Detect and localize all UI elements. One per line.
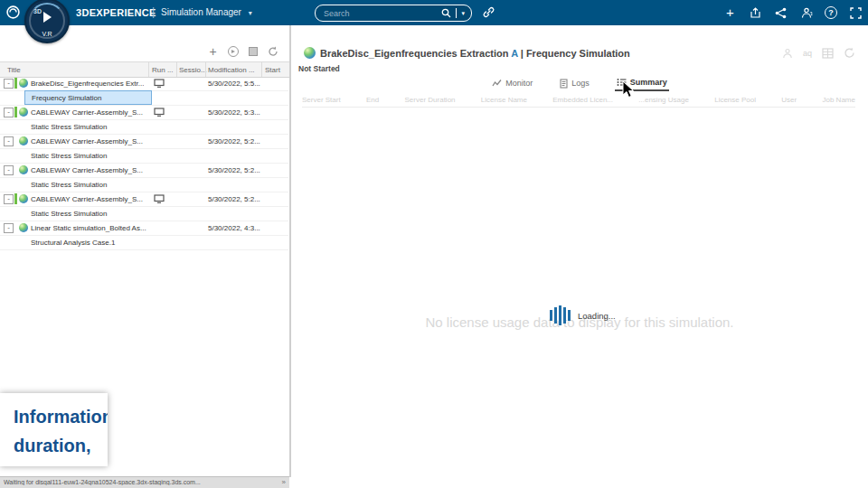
table-row[interactable]: Static Stress Simulation bbox=[0, 206, 288, 221]
stop-icon[interactable] bbox=[247, 45, 259, 57]
fullscreen-icon[interactable] bbox=[849, 6, 863, 20]
table-row[interactable]: Static Stress Simulation bbox=[0, 177, 288, 192]
table-row[interactable]: - Linear Static simulation_Bolted As... … bbox=[0, 221, 288, 236]
app-menu[interactable]: Simulation Manager ▾ bbox=[161, 0, 252, 25]
search-box[interactable]: ▾ bbox=[315, 5, 472, 22]
revision-label: A bbox=[511, 48, 518, 59]
top-bar: 3DEXPERIENCE | Simulation Manager ▾ ▾ + bbox=[0, 0, 868, 25]
loading-bar bbox=[559, 305, 561, 325]
col-run[interactable]: Run ... bbox=[152, 66, 174, 74]
brand-name: 3DEXPERIENCE bbox=[76, 0, 156, 25]
row-title: CABLEWAY Carrier-Assembly_S... bbox=[31, 195, 143, 203]
simulation-icon bbox=[19, 194, 28, 203]
share-network-icon[interactable] bbox=[774, 6, 788, 20]
search-options-chevron-icon[interactable]: ▾ bbox=[461, 10, 465, 17]
add-simulation-icon[interactable]: + bbox=[207, 45, 219, 57]
refresh-icon[interactable] bbox=[267, 45, 278, 57]
simulation-icon bbox=[19, 223, 28, 232]
table-row[interactable]: Frequency Simulation bbox=[0, 90, 288, 106]
browser-status-bar: Waiting for disqal111-euw1-24qna10524-sp… bbox=[0, 476, 289, 488]
simulation-icon bbox=[19, 165, 28, 174]
loading-bar bbox=[550, 310, 552, 321]
swym-user-icon[interactable] bbox=[799, 6, 813, 20]
page-title: BrakeDisc_Eigenfrequencies Extraction A … bbox=[320, 48, 630, 59]
table-row[interactable]: Static Stress Simulation bbox=[0, 148, 288, 164]
monitor-run-icon bbox=[154, 194, 165, 205]
col-embedded-license: Embedded Licen... bbox=[552, 96, 613, 104]
row-title: Linear Static simulation_Bolted As... bbox=[31, 224, 146, 232]
col-server-start: Server Start bbox=[302, 96, 341, 104]
status-green-bar bbox=[14, 78, 17, 89]
loading-text: Loading... bbox=[578, 311, 616, 321]
help-icon[interactable]: ? bbox=[825, 6, 837, 19]
loading-bar bbox=[554, 307, 557, 324]
tab-summary[interactable]: Summary bbox=[615, 76, 669, 91]
sync-icon[interactable] bbox=[844, 47, 855, 59]
row-title: Static Stress Simulation bbox=[31, 210, 107, 218]
simulation-icon bbox=[19, 136, 28, 145]
search-divider bbox=[456, 8, 457, 18]
table-icon[interactable] bbox=[822, 48, 834, 59]
simulation-list-panel: + Title Run ... Sessio... Modification .… bbox=[0, 25, 291, 477]
row-title: Frequency Simulation bbox=[32, 94, 101, 102]
link-icon[interactable] bbox=[482, 5, 495, 23]
tab-monitor[interactable]: Monitor bbox=[490, 76, 534, 91]
loading-bar bbox=[568, 310, 571, 321]
table-row[interactable]: - CABLEWAY Carrier-Assembly_S... 5/30/20… bbox=[0, 163, 288, 178]
row-title: Static Stress Simulation bbox=[31, 181, 107, 189]
row-title: CABLEWAY Carrier-Assembly_S... bbox=[31, 137, 143, 145]
brand-separator: | bbox=[152, 0, 155, 25]
collapse-toggle[interactable]: - bbox=[4, 194, 14, 204]
status-green-bar bbox=[14, 193, 17, 204]
add-icon[interactable]: + bbox=[723, 6, 737, 20]
row-date: 5/30/2022, 5:3... bbox=[208, 108, 260, 117]
chevron-down-icon: ▾ bbox=[249, 9, 252, 17]
col-modification[interactable]: Modification ... bbox=[208, 66, 255, 74]
3ds-compass-logo bbox=[5, 5, 21, 23]
user-icon[interactable] bbox=[782, 48, 793, 59]
row-date: 5/30/2022, 5:2... bbox=[208, 195, 260, 203]
collapse-toggle[interactable]: - bbox=[4, 79, 14, 89]
col-licensing-usage: ...ensing Usage bbox=[638, 96, 689, 104]
row-date: 5/30/2022, 4:3... bbox=[208, 224, 260, 232]
app-logo-badge[interactable]: 3D V.R bbox=[24, 0, 70, 43]
row-date: 5/30/2022, 5:2... bbox=[208, 137, 260, 145]
translate-icon[interactable]: aq bbox=[803, 49, 812, 58]
loading-indicator: Loading... bbox=[550, 304, 616, 327]
tab-label: Summary bbox=[630, 78, 667, 87]
col-start[interactable]: Start bbox=[265, 66, 280, 74]
information-popup[interactable]: Information duration, bbox=[0, 393, 108, 466]
col-session[interactable]: Sessio... bbox=[179, 66, 207, 74]
simulation-detail-panel: BrakeDisc_Eigenfrequencies Extraction A … bbox=[291, 25, 868, 488]
table-row[interactable]: - CABLEWAY Carrier-Assembly_S... 5/30/20… bbox=[0, 192, 288, 207]
document-icon bbox=[560, 79, 568, 89]
simulation-icon bbox=[19, 108, 28, 117]
table-row[interactable]: Static Stress Simulation bbox=[0, 119, 288, 135]
row-title: CABLEWAY Carrier-Assembly_S... bbox=[31, 108, 143, 117]
search-input[interactable] bbox=[316, 9, 441, 18]
status-text: Waiting for disqal111-euw1-24qna10524-sp… bbox=[4, 479, 201, 485]
collapse-toggle[interactable]: - bbox=[4, 136, 14, 146]
table-row[interactable]: - BrakeDisc_Eigenfrequencies Extr... 5/3… bbox=[0, 76, 288, 91]
tab-label: Logs bbox=[571, 79, 590, 88]
table-row[interactable]: - CABLEWAY Carrier-Assembly_S... 5/30/20… bbox=[0, 105, 288, 120]
table-row[interactable]: - CABLEWAY Carrier-Assembly_S... 5/30/20… bbox=[0, 134, 288, 149]
col-title[interactable]: Title bbox=[7, 66, 21, 74]
app-menu-label: Simulation Manager bbox=[161, 7, 241, 17]
row-title: Static Stress Simulation bbox=[31, 152, 107, 160]
table-row[interactable]: Structural Analysis Case.1 bbox=[0, 235, 288, 250]
run-icon[interactable] bbox=[227, 45, 239, 57]
tab-logs[interactable]: Logs bbox=[558, 76, 591, 91]
row-date: 5/30/2022, 5:5... bbox=[208, 80, 260, 88]
search-icon[interactable] bbox=[441, 5, 451, 22]
list-icon bbox=[617, 78, 627, 87]
status-badge: Not Started bbox=[298, 64, 340, 73]
collapse-toggle[interactable]: - bbox=[4, 165, 14, 175]
col-license-name: License Name bbox=[481, 96, 527, 104]
collapse-toggle[interactable]: - bbox=[4, 108, 14, 117]
collapse-toggle[interactable]: - bbox=[4, 223, 14, 233]
row-title: Static Stress Simulation bbox=[31, 123, 107, 131]
title-separator: | bbox=[521, 48, 524, 59]
share-export-icon[interactable] bbox=[749, 6, 762, 20]
play-icon bbox=[43, 12, 52, 23]
